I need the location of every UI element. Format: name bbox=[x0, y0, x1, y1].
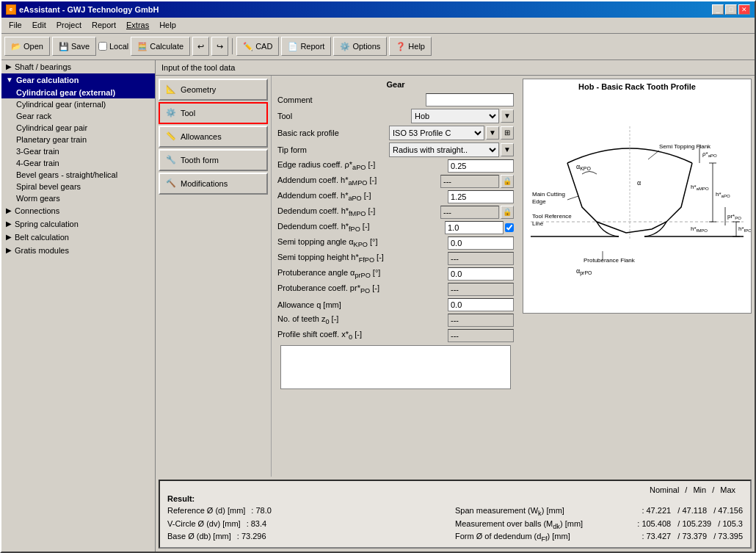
sidebar-section-belt[interactable]: ▶ Belt calculation bbox=[1, 231, 155, 244]
sidebar-item-4-gear[interactable]: 4-Gear train bbox=[1, 157, 155, 169]
sidebar-section-spring[interactable]: ▶ Spring calculation bbox=[1, 217, 155, 231]
addendum-apo-input[interactable] bbox=[448, 190, 514, 203]
no-teeth-input[interactable] bbox=[448, 314, 514, 327]
nominal-header: Nominal bbox=[650, 485, 679, 494]
tool-select[interactable]: Hob Shaper bbox=[411, 109, 499, 123]
tooth-form-button[interactable]: 🔧 Tooth form bbox=[159, 149, 268, 171]
shaft-arrow-icon: ▶ bbox=[6, 62, 12, 71]
cad-icon: ✏️ bbox=[243, 42, 253, 51]
addendum-mpo-input[interactable] bbox=[440, 175, 499, 188]
basic-rack-btn[interactable]: ▼ bbox=[486, 126, 499, 140]
save-button[interactable]: 💾 Save bbox=[52, 37, 96, 56]
protuberance-angle-input[interactable] bbox=[448, 267, 514, 281]
min-header: Min bbox=[693, 485, 706, 494]
minimize-button[interactable]: _ bbox=[712, 4, 724, 15]
allowance-q-input[interactable] bbox=[448, 298, 514, 311]
addendum-mpo-lock-btn[interactable]: 🔒 bbox=[501, 175, 514, 188]
cad-button[interactable]: ✏️ CAD bbox=[236, 37, 279, 56]
sidebar-item-bevel[interactable]: Bevel gears - straight/helical bbox=[1, 169, 155, 181]
sidebar-item-cyl-pair[interactable]: Cylindrical gear pair bbox=[1, 122, 155, 134]
geometry-button[interactable]: 📐 Geometry bbox=[159, 79, 268, 101]
options-button[interactable]: ⚙️ Options bbox=[333, 37, 387, 56]
sidebar-item-spiral[interactable]: Spiral bevel gears bbox=[1, 181, 155, 192]
tooth-form-label: Tooth form bbox=[181, 156, 219, 165]
basic-rack-table-btn[interactable]: ⊞ bbox=[501, 126, 514, 140]
sidebar-section-shaft[interactable]: ▶ Shaft / bearings bbox=[1, 60, 155, 73]
comment-input[interactable] bbox=[426, 93, 514, 106]
menu-edit[interactable]: Edit bbox=[28, 19, 51, 31]
allowances-button[interactable]: 📏 Allowances bbox=[159, 126, 268, 148]
result-row-1-left: Reference Ø (d) [mm] : 78.0 bbox=[167, 506, 455, 517]
local-checkbox[interactable] bbox=[98, 42, 107, 51]
tip-form-btn[interactable]: ▼ bbox=[501, 143, 514, 156]
dedendum-fpo-input[interactable] bbox=[445, 221, 504, 234]
span-meas-values: : 47.221 / 47.118 / 47.156 bbox=[641, 506, 743, 517]
menu-help[interactable]: Help bbox=[155, 19, 181, 31]
title-bar: e eAssistant - GWJ Technology GmbH _ □ ✕ bbox=[1, 1, 755, 18]
tip-form-label: Tip form bbox=[277, 145, 389, 154]
sidebar-item-gear-rack[interactable]: Gear rack bbox=[1, 110, 155, 122]
redo-button[interactable]: ↪ bbox=[211, 37, 228, 56]
menu-project[interactable]: Project bbox=[52, 19, 86, 31]
sidebar-item-cyl-ext[interactable]: Cylindrical gear (external) bbox=[1, 87, 155, 98]
help-button[interactable]: ❓ Help bbox=[389, 37, 432, 56]
protuberance-angle-label: Protuberance angle αprPO [°] bbox=[277, 268, 448, 279]
allowance-q-row: Allowance q [mm] bbox=[277, 298, 514, 311]
calculate-icon: 🧮 bbox=[137, 42, 148, 51]
diagram-title: Hob - Basic Rack Tooth Profile bbox=[523, 79, 751, 94]
max-header: Max bbox=[720, 485, 735, 494]
tip-form-select[interactable]: Radius with straight.. bbox=[389, 142, 499, 157]
maximize-button[interactable]: □ bbox=[725, 4, 737, 15]
tip-form-group: Radius with straight.. ▼ bbox=[389, 142, 514, 157]
options-icon: ⚙️ bbox=[340, 42, 350, 51]
close-button[interactable]: ✕ bbox=[738, 4, 750, 15]
calculate-button[interactable]: 🧮 Calculate bbox=[131, 37, 190, 56]
dedendum-fmpo-input[interactable] bbox=[440, 206, 499, 219]
edge-radius-row: Edge radius coeff. ρ*aPO [-] bbox=[277, 159, 514, 173]
menu-extras[interactable]: Extras bbox=[122, 19, 153, 31]
menu-bar: File Edit Project Report Extras Help bbox=[1, 18, 755, 34]
result-row-3-right: Form Ø of dedendum (dFf) [mm] : 73.427 /… bbox=[455, 532, 743, 543]
sidebar-section-connections[interactable]: ▶ Connections bbox=[1, 204, 155, 217]
undo-button[interactable]: ↩ bbox=[192, 37, 209, 56]
gear-section-title: Gear bbox=[277, 79, 514, 90]
local-checkbox-label[interactable]: Local bbox=[98, 42, 128, 51]
dedendum-fmpo-label: Dedendum coeff. h*fMPO [-] bbox=[277, 206, 440, 217]
tooth-form-icon: 🔧 bbox=[166, 155, 176, 165]
form-diagram-area: Gear Comment Tool Hob S bbox=[272, 76, 755, 477]
title-controls[interactable]: _ □ ✕ bbox=[712, 4, 750, 15]
semi-topping-angle-input[interactable] bbox=[448, 236, 514, 250]
sidebar-item-planetary[interactable]: Planetary gear train bbox=[1, 134, 155, 145]
sidebar-gear-header[interactable]: ▼ Gear calculation bbox=[1, 73, 155, 87]
dedendum-fpo-checkbox[interactable] bbox=[505, 223, 514, 232]
sidebar-item-3-gear[interactable]: 3-Gear train bbox=[1, 145, 155, 157]
menu-report[interactable]: Report bbox=[87, 19, 120, 31]
basic-rack-row: Basic rack profile ISO 53 Profile C ISO … bbox=[277, 126, 514, 140]
sidebar-section-gratis[interactable]: ▶ Gratis modules bbox=[1, 244, 155, 257]
vcircle-value: : 83.4 bbox=[247, 519, 267, 530]
span-meas-label: Span measurement (Wk) [mm] bbox=[455, 506, 564, 517]
profile-shift-input[interactable] bbox=[448, 329, 514, 342]
modifications-button[interactable]: 🔨 Modifications bbox=[159, 173, 268, 195]
dedendum-fmpo-group: 🔒 bbox=[440, 206, 514, 219]
open-button[interactable]: 📂 Open bbox=[4, 37, 50, 56]
tool-button[interactable]: ⚙️ Tool bbox=[159, 102, 268, 124]
dedendum-fmpo-lock-btn[interactable]: 🔒 bbox=[501, 206, 514, 219]
sidebar: ▶ Shaft / bearings ▼ Gear calculation Cy… bbox=[1, 60, 156, 552]
sidebar-item-cyl-int[interactable]: Cylindrical gear (internal) bbox=[1, 98, 155, 110]
semi-topping-height-input[interactable] bbox=[448, 252, 514, 265]
report-button[interactable]: 📄 Report bbox=[281, 37, 331, 56]
sidebar-gear-label: Gear calculation bbox=[16, 76, 79, 84]
protuberance-coeff-input[interactable] bbox=[448, 283, 514, 296]
window-title: eAssistant - GWJ Technology GmbH bbox=[19, 5, 159, 14]
toolbar: 📂 Open 💾 Save Local 🧮 Calculate ↩ ↪ ✏️ C… bbox=[1, 34, 755, 60]
tool-select-group: Hob Shaper ▼ bbox=[411, 109, 514, 123]
edge-radius-input[interactable] bbox=[448, 159, 514, 173]
addendum-apo-row: Addendum coeff. h*aPO [-] bbox=[277, 190, 514, 203]
tool-button-panel: 📐 Geometry ⚙️ Tool 📏 Allowances 🔧 Tooth … bbox=[156, 76, 272, 477]
menu-file[interactable]: File bbox=[4, 19, 26, 31]
basic-rack-select[interactable]: ISO 53 Profile C ISO 53 Profile A bbox=[389, 126, 484, 140]
vcircle-label: V-Circle Ø (dv) [mm] bbox=[167, 519, 241, 530]
tool-dropdown-btn[interactable]: ▼ bbox=[501, 109, 514, 123]
sidebar-item-worm[interactable]: Worm gears bbox=[1, 192, 155, 204]
